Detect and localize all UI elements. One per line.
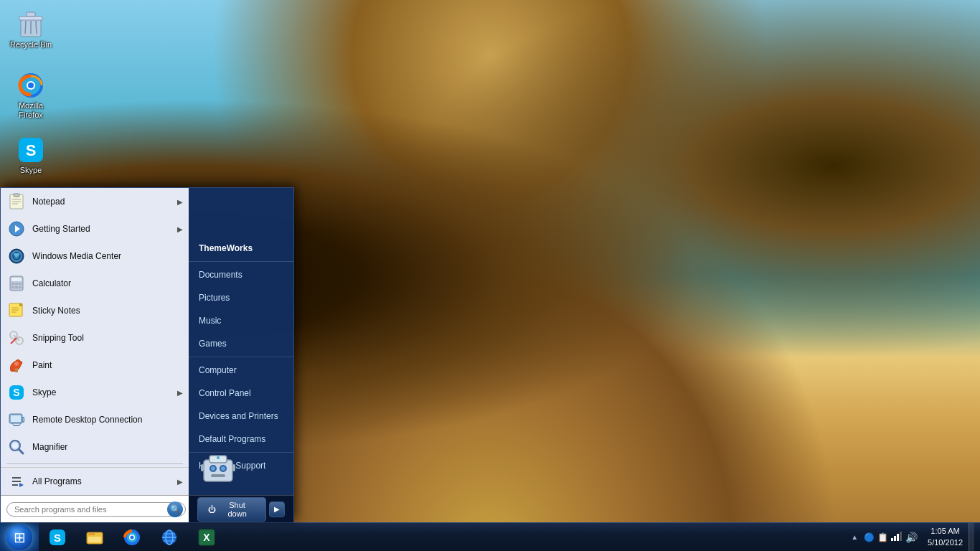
shutdown-arrow-button[interactable]: ▶ bbox=[269, 501, 285, 517]
right-item-games[interactable]: Games bbox=[189, 332, 293, 355]
svg-point-16 bbox=[211, 466, 215, 471]
remote-desktop-label: Remote Desktop Connection bbox=[32, 415, 183, 425]
system-clock[interactable]: 1:05 AM 5/10/2012 bbox=[922, 523, 969, 552]
svg-marker-60 bbox=[12, 477, 21, 479]
start-item-paint[interactable]: Paint bbox=[1, 352, 189, 379]
shutdown-bar: ⏻ Shut down ▶ bbox=[189, 495, 293, 522]
tray-volume-icon[interactable]: 🔊 bbox=[905, 532, 918, 543]
right-item-documents[interactable]: Documents bbox=[189, 263, 293, 286]
start-item-snipping-tool[interactable]: Snipping Tool bbox=[1, 324, 189, 352]
computer-label: Computer bbox=[199, 365, 237, 375]
svg-rect-39 bbox=[19, 286, 22, 288]
taskbar-ie[interactable] bbox=[151, 524, 187, 551]
skype-desktop-label: Skype bbox=[20, 166, 42, 175]
all-programs-icon bbox=[6, 471, 27, 491]
themeworks-icon bbox=[193, 443, 243, 494]
paint-label: Paint bbox=[32, 360, 183, 370]
music-label: Music bbox=[199, 316, 221, 326]
getting-started-arrow: ▶ bbox=[177, 225, 183, 233]
start-item-wmc[interactable]: Windows Media Center bbox=[1, 242, 189, 270]
notepad-icon bbox=[6, 192, 27, 212]
snipping-tool-label: Snipping Tool bbox=[32, 333, 183, 343]
svg-rect-33 bbox=[11, 278, 22, 281]
tray-signal-icon bbox=[891, 531, 903, 543]
svg-marker-61 bbox=[12, 481, 21, 482]
svg-rect-35 bbox=[15, 283, 18, 285]
start-item-remote-desktop[interactable]: Remote Desktop Connection bbox=[1, 406, 189, 433]
all-programs-label: All Programs bbox=[32, 476, 177, 486]
notepad-label: Notepad bbox=[32, 197, 177, 207]
svg-rect-82 bbox=[900, 532, 902, 541]
start-item-getting-started[interactable]: Getting Started ▶ bbox=[1, 215, 189, 242]
start-item-skype[interactable]: S Skype ▶ bbox=[1, 379, 189, 406]
taskbar: ⊞ S bbox=[0, 522, 980, 551]
tray-network-icon: 🔵 bbox=[864, 532, 875, 542]
svg-marker-63 bbox=[19, 483, 24, 487]
shutdown-label: Shut down bbox=[219, 501, 255, 518]
documents-label: Documents bbox=[199, 270, 242, 280]
svg-rect-41 bbox=[19, 303, 22, 306]
svg-point-9 bbox=[28, 83, 34, 88]
start-item-magnifier[interactable]: Magnifier bbox=[1, 433, 189, 461]
right-divider-1 bbox=[189, 261, 293, 262]
svg-line-59 bbox=[19, 449, 23, 453]
start-menu-divider bbox=[6, 463, 183, 464]
skype-start-icon: S bbox=[6, 382, 27, 402]
start-item-notepad[interactable]: Notepad ▶ bbox=[1, 188, 189, 215]
start-item-all-programs[interactable]: All Programs ▶ bbox=[1, 467, 189, 495]
clock-date: 5/10/2012 bbox=[928, 537, 963, 548]
right-item-computer[interactable]: Computer bbox=[189, 359, 293, 382]
svg-point-58 bbox=[12, 443, 18, 448]
svg-rect-79 bbox=[891, 538, 893, 541]
search-input[interactable] bbox=[6, 502, 186, 517]
sticky-notes-icon bbox=[6, 301, 27, 321]
right-item-control-panel[interactable]: Control Panel bbox=[189, 382, 293, 405]
right-item-pictures[interactable]: Pictures bbox=[189, 286, 293, 309]
system-tray: ▲ 🔵 📋 🔊 1:05 AM 5/10/2012 bbox=[844, 523, 980, 552]
start-button[interactable]: ⊞ bbox=[0, 523, 39, 552]
start-item-calculator[interactable]: Calculator bbox=[1, 270, 189, 297]
shutdown-button[interactable]: ⏻ Shut down bbox=[197, 497, 266, 522]
recycle-bin-icon bbox=[17, 10, 45, 39]
taskbar-skype[interactable]: S bbox=[39, 524, 75, 551]
right-item-music[interactable]: Music bbox=[189, 309, 293, 332]
svg-text:S: S bbox=[13, 387, 19, 398]
show-desktop-button[interactable] bbox=[969, 523, 974, 552]
firefox-icon bbox=[17, 71, 45, 100]
desktop-icon-skype[interactable]: S Skype bbox=[6, 133, 56, 178]
right-item-themeworks[interactable]: ThemeWorks bbox=[189, 237, 293, 260]
start-orb: ⊞ bbox=[6, 524, 32, 550]
svg-rect-49 bbox=[15, 368, 18, 372]
right-divider-2 bbox=[189, 357, 293, 357]
desktop-icon-firefox[interactable]: Mozilla Firefox bbox=[6, 68, 56, 123]
svg-marker-62 bbox=[12, 484, 18, 486]
taskbar-explorer[interactable] bbox=[77, 524, 113, 551]
svg-rect-81 bbox=[897, 534, 899, 541]
snipping-tool-icon bbox=[6, 328, 27, 348]
devices-label: Devices and Printers bbox=[199, 411, 278, 421]
search-button[interactable]: 🔍 bbox=[167, 501, 183, 517]
svg-point-71 bbox=[131, 535, 134, 539]
firefox-label: Mozilla Firefox bbox=[9, 101, 53, 120]
default-programs-label: Default Programs bbox=[199, 434, 265, 444]
tray-expand-button[interactable]: ▲ bbox=[849, 533, 859, 541]
desktop-icon-recycle-bin[interactable]: Recycle Bin bbox=[6, 7, 56, 52]
start-item-sticky-notes[interactable]: Sticky Notes bbox=[1, 297, 189, 324]
tray-icons: 🔵 📋 🔊 bbox=[859, 531, 922, 543]
svg-rect-19 bbox=[201, 464, 204, 471]
recycle-bin-label: Recycle Bin bbox=[10, 40, 52, 50]
remote-desktop-icon bbox=[6, 410, 27, 430]
notepad-arrow: ▶ bbox=[177, 198, 183, 206]
svg-rect-80 bbox=[894, 536, 896, 541]
right-item-devices[interactable]: Devices and Printers bbox=[189, 405, 293, 428]
svg-rect-36 bbox=[19, 283, 22, 285]
clock-time: 1:05 AM bbox=[930, 526, 959, 537]
desktop: Recycle Bin Mozilla Firefox S Skype bbox=[0, 0, 980, 551]
skype-start-label: Skype bbox=[32, 387, 177, 397]
svg-rect-53 bbox=[11, 415, 21, 422]
getting-started-icon bbox=[6, 219, 27, 239]
svg-rect-34 bbox=[11, 283, 14, 285]
taskbar-firefox[interactable] bbox=[114, 524, 150, 551]
taskbar-excel[interactable]: X bbox=[189, 524, 225, 551]
getting-started-label: Getting Started bbox=[32, 224, 177, 234]
